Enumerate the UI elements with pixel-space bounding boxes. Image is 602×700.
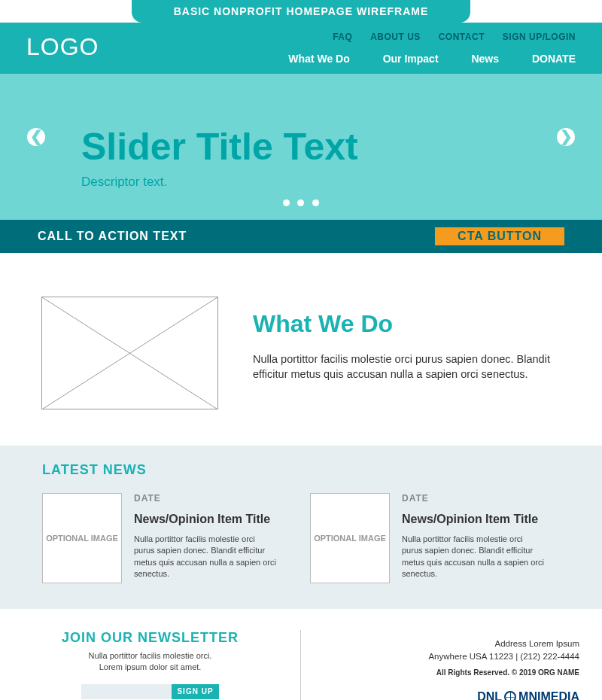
news-image-placeholder: OPTIONAL IMAGE — [42, 493, 122, 583]
nav-main: What We Do Our Impact News DONATE — [258, 53, 576, 65]
newsletter-input[interactable] — [81, 684, 172, 699]
slider-dot[interactable] — [283, 199, 290, 206]
what-we-do-section: What We Do Nulla portittor facilis moles… — [0, 253, 602, 446]
nav-our-impact[interactable]: Our Impact — [383, 53, 439, 65]
news-item[interactable]: OPTIONAL IMAGE DATE News/Opinion Item Ti… — [310, 493, 560, 583]
signup-button[interactable]: SIGN UP — [172, 684, 218, 699]
ribbon-title: BASIC NONPROFIT HOMEPAGE WIREFRAME — [132, 0, 470, 23]
nav-donate[interactable]: DONATE — [532, 53, 576, 65]
news-title: News/Opinion Item Title — [134, 513, 277, 526]
nav-contact[interactable]: CONTACT — [439, 32, 485, 42]
slider-title: Slider Title Text — [81, 128, 358, 166]
footer: JOIN OUR NEWSLETTER Nulla portittor faci… — [0, 609, 602, 700]
slider-dot[interactable] — [312, 199, 319, 206]
cta-text: CALL TO ACTION TEXT — [38, 230, 187, 243]
news-image-placeholder: OPTIONAL IMAGE — [310, 493, 390, 583]
latest-news-section: LATEST NEWS OPTIONAL IMAGE DATE News/Opi… — [0, 446, 602, 609]
nav-utility: FAQ ABOUT US CONTACT SIGN UP/LOGIN — [258, 32, 576, 42]
news-items: OPTIONAL IMAGE DATE News/Opinion Item Ti… — [42, 493, 560, 583]
news-date: DATE — [402, 493, 545, 504]
what-we-do-text: What We Do Nulla portittor facilis moles… — [253, 297, 561, 382]
news-title: News/Opinion Item Title — [402, 513, 545, 526]
latest-news-heading: LATEST NEWS — [42, 462, 560, 478]
top-ribbon: BASIC NONPROFIT HOMEPAGE WIREFRAME — [0, 0, 602, 23]
cta-button[interactable]: CTA BUTTON — [435, 227, 564, 245]
news-body: DATE News/Opinion Item Title Nulla porti… — [134, 493, 277, 583]
slider-dots — [281, 196, 321, 209]
contact: Address Lorem Ipsum Anywhere USA 11223 |… — [301, 630, 602, 700]
newsletter-sub: Nulla portittor facilis molestie orci. L… — [42, 650, 258, 674]
news-excerpt: Nulla portittor facilis molestie orci pu… — [134, 534, 277, 580]
what-we-do-heading: What We Do — [253, 310, 561, 338]
nav-what-we-do[interactable]: What We Do — [288, 53, 349, 65]
news-date: DATE — [134, 493, 277, 504]
nav-faq[interactable]: FAQ — [333, 32, 352, 42]
slider-prev-button[interactable]: ❮ — [27, 128, 45, 146]
newsletter-form: SIGN UP — [42, 684, 258, 699]
what-we-do-body: Nulla portittor facilis molestie orci pu… — [253, 352, 561, 382]
logo[interactable]: LOGO — [26, 23, 99, 61]
nav: FAQ ABOUT US CONTACT SIGN UP/LOGIN What … — [258, 32, 576, 65]
news-excerpt: Nulla portittor facilis molestie orci pu… — [402, 534, 545, 580]
slider-dot[interactable] — [298, 199, 305, 206]
news-item[interactable]: OPTIONAL IMAGE DATE News/Opinion Item Ti… — [42, 493, 292, 583]
hero-slider: ❮ ❯ Slider Title Text Descriptor text. — [0, 74, 602, 220]
address: Address Lorem Ipsum Anywhere USA 11223 |… — [301, 638, 579, 664]
dnl-omnimedia-logo: DNL MNIMEDIA — [477, 690, 579, 701]
globe-icon — [504, 691, 516, 701]
image-placeholder — [41, 297, 218, 409]
slider-descriptor: Descriptor text. — [81, 175, 167, 190]
rights: All Rights Reserved. © 2019 ORG NAME — [301, 668, 579, 677]
nav-about[interactable]: ABOUT US — [370, 32, 421, 42]
newsletter-heading: JOIN OUR NEWSLETTER — [42, 630, 258, 646]
nav-news[interactable]: News — [471, 53, 499, 65]
newsletter: JOIN OUR NEWSLETTER Nulla portittor faci… — [0, 630, 301, 700]
header: LOGO FAQ ABOUT US CONTACT SIGN UP/LOGIN … — [0, 23, 602, 74]
nav-signup-login[interactable]: SIGN UP/LOGIN — [503, 32, 576, 42]
news-body: DATE News/Opinion Item Title Nulla porti… — [402, 493, 545, 583]
cta-bar: CALL TO ACTION TEXT CTA BUTTON — [0, 220, 602, 253]
slider-next-button[interactable]: ❯ — [557, 128, 575, 146]
